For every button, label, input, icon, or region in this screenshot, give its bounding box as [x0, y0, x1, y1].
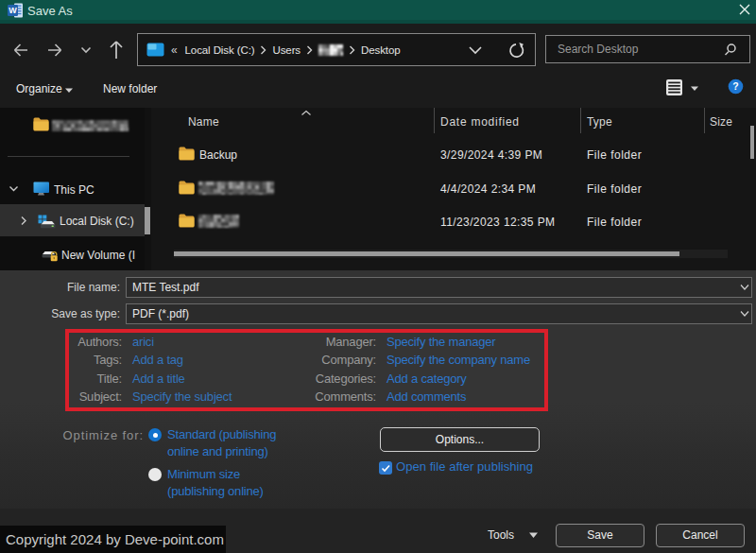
svg-text:?: ? [732, 80, 738, 92]
svg-text:W: W [9, 6, 17, 15]
